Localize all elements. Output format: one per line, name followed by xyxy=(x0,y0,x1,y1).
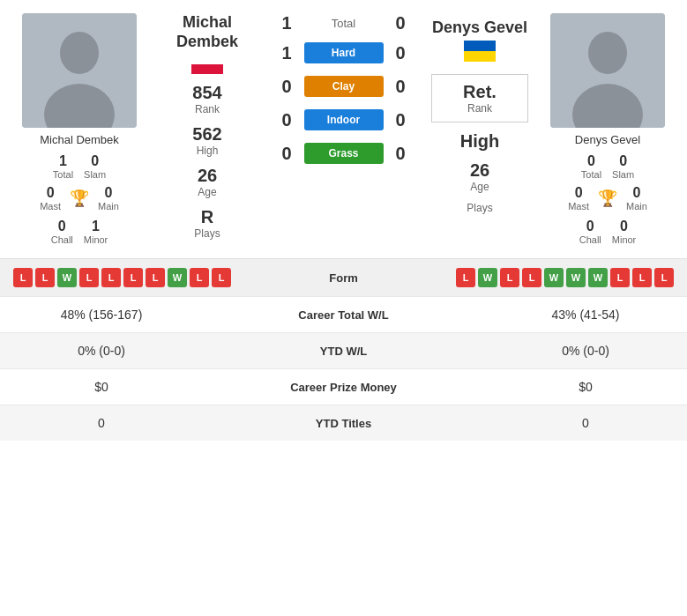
form-badge-p1: L xyxy=(123,268,143,287)
player1-slam: 0 Slam xyxy=(84,153,106,180)
stats-right-value: 43% (41-54) xyxy=(497,308,674,322)
player1-plays-label: Plays xyxy=(159,227,256,240)
player1-middle-stats: Michal Dembek 854 Rank 562 High 26 Age R xyxy=(150,13,265,245)
trophy-icon-player1: 🏆 xyxy=(70,189,89,208)
player2-high-box: High xyxy=(431,131,528,152)
form-badge-p1: L xyxy=(101,268,121,287)
stats-center-label: YTD Titles xyxy=(190,417,497,430)
svg-rect-3 xyxy=(191,55,223,64)
player2-middle-stats: Denys Gevel Ret. Rank High 26 Age Plays xyxy=(422,13,537,245)
matchup-clay-row: 0 Clay 0 xyxy=(273,76,414,97)
form-badge-p2: W xyxy=(544,268,564,287)
player1-total-label: Total xyxy=(53,169,73,180)
clay-score-right: 0 xyxy=(387,77,414,97)
stats-row: 0% (0-0) YTD W/L 0% (0-0) xyxy=(0,332,687,368)
player2-stats-row3: 0 Chall 0 Minor xyxy=(579,219,637,245)
player2-mast: 0 Mast xyxy=(568,185,589,212)
grass-score-left: 0 xyxy=(273,144,300,164)
stats-left-value: $0 xyxy=(13,380,190,394)
player1-rank-value: 854 xyxy=(159,83,256,103)
svg-rect-6 xyxy=(464,51,496,62)
form-badge-p2: W xyxy=(588,268,608,287)
player1-plays-box: R Plays xyxy=(159,207,256,240)
form-badge-p2: L xyxy=(610,268,630,287)
form-badge-p2: W xyxy=(478,268,497,287)
svg-point-1 xyxy=(60,32,99,74)
total-label: Total xyxy=(300,17,387,30)
form-badge-p2: L xyxy=(522,268,541,287)
player2-total-label: Total xyxy=(581,169,601,180)
player1-rank-label: Rank xyxy=(159,103,256,115)
player1-plays-value: R xyxy=(159,207,256,227)
clay-score-left: 0 xyxy=(273,77,300,97)
player2-chall: 0 Chall xyxy=(579,219,601,245)
indoor-score-right: 0 xyxy=(387,110,414,130)
player2-age-label: Age xyxy=(431,181,528,193)
player2-avatar xyxy=(550,13,665,128)
player2-main-label: Main xyxy=(626,201,647,212)
stats-center-label: YTD W/L xyxy=(190,345,497,358)
player2-minor-value: 0 xyxy=(620,219,628,234)
player1-minor-label: Minor xyxy=(84,234,108,245)
player2-chall-value: 0 xyxy=(586,219,594,234)
stats-row: $0 Career Prize Money $0 xyxy=(0,368,687,404)
player2-card: Denys Gevel 0 Total 0 Slam 0 Mast 🏆 0 xyxy=(537,13,678,245)
player2-main-value: 0 xyxy=(632,185,640,201)
player2-minor: 0 Minor xyxy=(612,219,637,245)
player1-total: 1 Total xyxy=(53,153,73,180)
svg-point-8 xyxy=(588,32,627,74)
player1-title: Michal Dembek xyxy=(176,13,238,51)
form-badge-p1: W xyxy=(57,268,77,287)
form-badge-p1: L xyxy=(212,268,231,287)
player1-minor-value: 1 xyxy=(92,219,100,234)
player2-slam-value: 0 xyxy=(619,153,627,169)
player2-title: Denys Gevel xyxy=(432,19,527,37)
player1-high-box: 562 High xyxy=(159,124,256,157)
player1-chall-value: 0 xyxy=(58,219,66,234)
player2-plays-label: Plays xyxy=(431,202,528,214)
player2-ret-box: Ret. Rank xyxy=(431,74,528,122)
stats-right-value: $0 xyxy=(497,380,674,394)
form-section: LLWLLLLWLL Form LWLLWWWLLL xyxy=(0,258,687,296)
player2-main: 0 Main xyxy=(626,185,647,212)
player2-stats-row1: 0 Total 0 Slam xyxy=(581,153,634,180)
player1-high-label: High xyxy=(159,145,256,157)
hard-score-right: 0 xyxy=(387,43,414,63)
indoor-badge: Indoor xyxy=(304,109,384,130)
stats-row: 0 YTD Titles 0 xyxy=(0,404,687,441)
svg-rect-5 xyxy=(464,41,496,51)
total-score-left: 1 xyxy=(273,13,300,33)
hard-score-left: 1 xyxy=(273,43,300,63)
form-badge-p2: W xyxy=(566,268,586,287)
player1-avatar xyxy=(22,13,137,128)
stats-table: 48% (156-167) Career Total W/L 43% (41-5… xyxy=(0,296,687,441)
form-badge-p1: L xyxy=(13,268,33,287)
player1-mast-label: Mast xyxy=(40,201,61,212)
form-badge-p1: W xyxy=(168,268,187,287)
player1-form-badges: LLWLLLLWLL xyxy=(13,268,231,287)
clay-badge: Clay xyxy=(304,76,384,97)
center-matchup-panel: 1 Total 0 1 Hard 0 0 Clay 0 0 Indoor 0 xyxy=(265,13,422,245)
player2-slam: 0 Slam xyxy=(612,153,634,180)
player1-age-box: 26 Age xyxy=(159,166,256,198)
form-badge-p1: L xyxy=(146,268,165,287)
player2-age-value: 26 xyxy=(431,160,528,181)
stats-right-value: 0 xyxy=(497,416,674,430)
player1-chall: 0 Chall xyxy=(51,219,73,245)
player2-high-value: High xyxy=(431,131,528,152)
hard-badge: Hard xyxy=(304,42,384,63)
stats-left-value: 0 xyxy=(13,416,190,430)
main-container: Michal Dembek 1 Total 0 Slam 0 Mast 🏆 xyxy=(0,0,687,441)
player1-stats-row1: 1 Total 0 Slam xyxy=(53,153,106,180)
player1-rank-box: 854 Rank xyxy=(159,83,256,115)
player1-stats-row2: 0 Mast 🏆 0 Main xyxy=(40,185,119,212)
player2-rank-value: Ret. xyxy=(446,82,513,102)
form-badge-p2: L xyxy=(632,268,652,287)
trophy-icon-player2: 🏆 xyxy=(598,189,617,208)
player2-name: Denys Gevel xyxy=(575,133,640,146)
player2-mast-label: Mast xyxy=(568,201,589,212)
player2-age-box: 26 Age xyxy=(431,160,528,193)
player2-minor-label: Minor xyxy=(612,234,637,245)
player2-total: 0 Total xyxy=(581,153,601,180)
form-badge-p1: L xyxy=(190,268,209,287)
